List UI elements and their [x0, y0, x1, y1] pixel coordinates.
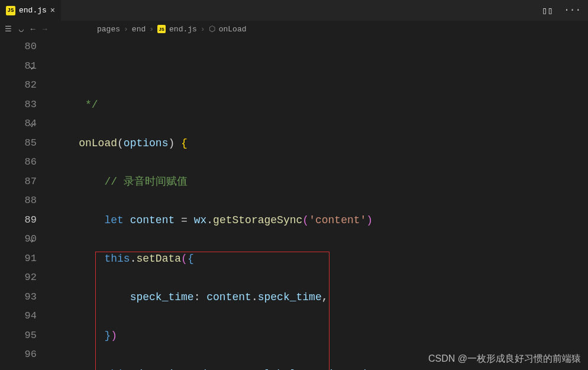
code-line: onLoad(options) { — [53, 134, 588, 153]
toolbar-icons: ☰ ◡ ← → — [5, 24, 88, 34]
more-actions-icon[interactable]: ··· — [564, 5, 581, 17]
editor[interactable]: 80 81⌄ 82 83 84⌄ 85 86 87 88 89 90⌄ 91 9… — [0, 37, 588, 370]
split-editor-icon[interactable]: ▯▯ — [542, 5, 553, 17]
line-number: 95 — [0, 326, 37, 346]
code-line: speck_time: content.speck_time, — [53, 288, 588, 307]
gutter: 80 81⌄ 82 83 84⌄ 85 86 87 88 89 90⌄ 91 9… — [0, 37, 53, 370]
file-tab[interactable]: JS end.js × — [0, 0, 62, 21]
list-icon[interactable]: ☰ — [5, 24, 12, 34]
fold-icon[interactable]: ⌄ — [30, 114, 34, 134]
code-line: // 录音时间赋值 — [53, 172, 588, 192]
chevron-right-icon: › — [201, 25, 205, 34]
code-area[interactable]: */ onLoad(options) { // 录音时间赋值 let conte… — [53, 37, 588, 370]
line-number: 93 — [0, 288, 37, 307]
breadcrumb-seg[interactable]: end — [132, 25, 146, 34]
line-number: 87 — [0, 172, 37, 192]
code-line: }) — [53, 326, 588, 346]
line-number: 85 — [0, 134, 37, 153]
line-number: 83 — [0, 95, 37, 115]
line-number: 82 — [0, 76, 37, 95]
breadcrumb-seg[interactable]: onLoad — [219, 25, 247, 34]
method-icon: ⬡ — [209, 24, 215, 34]
watermark: CSDN @一枚形成良好习惯的前端猿 — [428, 353, 581, 365]
line-number: 91 — [0, 249, 37, 269]
tab-filename: end.js — [19, 6, 47, 15]
line-number: 88 — [0, 191, 37, 211]
bookmark-icon[interactable]: ◡ — [19, 24, 24, 34]
breadcrumb: pages › end › JS end.js › ⬡ onLoad — [97, 24, 246, 34]
line-number: 92 — [0, 268, 37, 288]
breadcrumb-seg[interactable]: pages — [97, 25, 120, 34]
code-line: this.setData({ — [53, 249, 588, 269]
line-number: 80 — [0, 37, 37, 57]
tab-group: JS end.js × — [0, 0, 62, 21]
line-number: 96 — [0, 345, 37, 365]
js-file-icon: JS — [157, 25, 166, 33]
chevron-right-icon: › — [149, 25, 154, 34]
tab-bar: JS end.js × ▯▯ ··· — [0, 0, 588, 21]
fold-icon[interactable]: ⌄ — [30, 57, 34, 76]
back-icon[interactable]: ← — [31, 25, 35, 34]
line-number: 81⌄ — [0, 57, 37, 76]
tab-actions: ▯▯ ··· — [542, 5, 588, 17]
line-number: 84⌄ — [0, 114, 37, 134]
toolbar: ☰ ◡ ← → pages › end › JS end.js › ⬡ onLo… — [0, 21, 588, 37]
code-line — [53, 57, 588, 76]
code-line: let content = wx.getStorageSync('content… — [53, 211, 588, 230]
js-file-icon: JS — [6, 6, 15, 15]
line-number: 86 — [0, 153, 37, 172]
line-number: 94 — [0, 307, 37, 326]
breadcrumb-seg[interactable]: end.js — [169, 25, 197, 34]
line-number: 89 — [0, 211, 37, 230]
close-icon[interactable]: × — [50, 6, 55, 15]
code-line: */ — [53, 95, 588, 115]
chevron-right-icon: › — [124, 25, 128, 34]
line-number: 90⌄ — [0, 230, 37, 249]
forward-icon[interactable]: → — [43, 25, 47, 34]
fold-icon[interactable]: ⌄ — [30, 230, 34, 249]
